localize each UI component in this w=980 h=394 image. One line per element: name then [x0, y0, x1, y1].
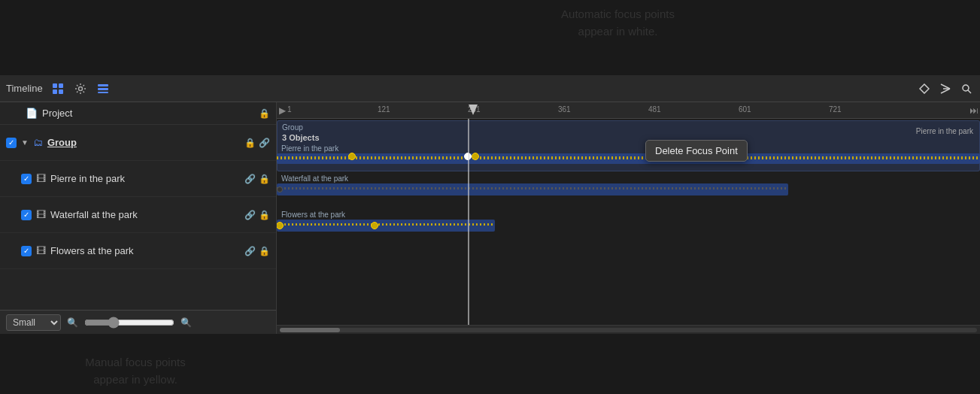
footer-bar: Small Medium Large 🔍 🔍	[0, 310, 276, 334]
sidebar-flowers-row[interactable]: 🎞 Flowers at the park 🔗 🔒	[0, 233, 276, 269]
header-bar: Timeline	[0, 75, 980, 102]
header-right	[917, 81, 974, 96]
waterfall-lock-icon[interactable]: 🔒	[259, 210, 270, 220]
project-file-icon: 📄	[26, 108, 38, 119]
waterfall-clip-header-label: Waterfall at the park	[281, 174, 348, 183]
tracks-container: Group 3 Objects Pierre in the park Pierr…	[277, 119, 980, 325]
pierre-lock-icon[interactable]: 🔒	[259, 174, 270, 184]
annotation-top-line2: appear in white.	[256, 23, 980, 41]
group-link-icon[interactable]: 🔗	[259, 138, 270, 148]
play-button[interactable]: ▶	[277, 105, 287, 116]
delete-focus-point-tooltip[interactable]: Delete Focus Point	[645, 140, 748, 162]
annotation-top-line1: Automatic focus points	[256, 6, 980, 23]
main-ui: Timeline	[0, 75, 980, 334]
sidebar-waterfall-row[interactable]: 🎞 Waterfall at the park 🔗 🔒	[0, 197, 276, 233]
flowers-focus-yellow-2[interactable]	[371, 222, 378, 229]
flowers-checkbox[interactable]	[21, 246, 32, 256]
pierre-link-icon[interactable]: 🔗	[244, 174, 256, 184]
group-sub-label: 3 Objects	[282, 133, 320, 142]
group-lock-icon[interactable]: 🔒	[244, 138, 256, 148]
ruler-mark-361: 361	[558, 105, 571, 114]
ruler-mark-121: 121	[378, 105, 390, 114]
sidebar-group-row[interactable]: ▼ 🗂 Group 🔒 🔗	[0, 125, 276, 161]
annotation-bottom-line1: Manual focus points	[0, 354, 271, 371]
main-content: 📄 Project 🔒 ▼ 🗂 Group 🔒 🔗 �	[0, 102, 980, 334]
waterfall-file-icon: 🎞	[36, 209, 46, 220]
project-actions: 🔒	[259, 108, 270, 119]
svg-rect-7	[98, 92, 108, 93]
waterfall-track: Waterfall at the park	[277, 173, 980, 208]
ruler-end-icon[interactable]: ⏭	[968, 105, 980, 116]
flowers-file-icon: 🎞	[36, 245, 46, 256]
group-actions: 🔒 🔗	[244, 138, 270, 148]
flowers-clip-header-label: Flowers at the park	[281, 211, 345, 219]
ruler: ▶ 1 121 241 361 481 601 721 ⏭	[277, 102, 980, 119]
scrollbar-thumb[interactable]	[280, 328, 340, 332]
stack-icon[interactable]	[96, 81, 111, 96]
flowers-clip-bar[interactable]	[277, 220, 495, 232]
flowers-actions: 🔗 🔒	[244, 246, 270, 256]
scrollbar-track	[280, 328, 977, 332]
header-left: Timeline	[6, 81, 111, 96]
waterfall-focus-dark[interactable]	[277, 186, 283, 192]
svg-line-9	[941, 89, 950, 93]
pierre-focus-yellow-1[interactable]	[348, 153, 356, 160]
waterfall-label: Waterfall at the park	[50, 209, 240, 220]
playhead-ruler-marker	[468, 102, 478, 119]
ruler-mark-601: 601	[739, 105, 751, 114]
annotation-bottom: Manual focus points appear in yellow.	[0, 351, 271, 394]
svg-point-4	[78, 86, 82, 90]
waterfall-checkbox[interactable]	[21, 210, 32, 220]
zoom-fit-icon[interactable]	[959, 81, 974, 96]
flowers-label: Flowers at the park	[50, 245, 240, 256]
settings-icon[interactable]	[73, 81, 88, 96]
flowers-lock-icon[interactable]: 🔒	[259, 246, 270, 256]
sidebar-pierre-row[interactable]: 🎞 Pierre in the park 🔗 🔒	[0, 161, 276, 197]
svg-rect-5	[98, 84, 108, 86]
pierre-clip-label: Pierre in the park	[281, 144, 338, 153]
annotation-top: Automatic focus points appear in white.	[256, 0, 980, 40]
timeline-title: Timeline	[6, 83, 43, 94]
ruler-marks: 1 121 241 361 481 601 721	[287, 102, 968, 118]
group-label: Group	[47, 137, 240, 148]
svg-line-8	[941, 84, 950, 89]
annotation-bottom-line2: appear in yellow.	[0, 371, 271, 389]
ruler-mark-481: 481	[648, 105, 661, 114]
sidebar: 📄 Project 🔒 ▼ 🗂 Group 🔒 🔗 �	[0, 102, 277, 334]
svg-point-11	[963, 85, 969, 91]
project-link-icon[interactable]: 🔒	[259, 108, 270, 119]
flowers-link-icon[interactable]: 🔗	[244, 246, 256, 256]
zoom-out-icon[interactable]: 🔍	[67, 317, 78, 328]
size-select[interactable]: Small Medium Large	[6, 314, 61, 331]
pierre-checkbox[interactable]	[21, 174, 32, 184]
diamond-icon[interactable]	[917, 81, 932, 96]
svg-marker-13	[469, 105, 478, 115]
waterfall-keyframe-dots	[277, 187, 788, 189]
zoom-slider[interactable]	[84, 317, 174, 329]
pierre-clip-row: Pierre in the park	[277, 144, 980, 167]
cut-icon[interactable]	[938, 81, 953, 96]
group-triangle-icon[interactable]: ▼	[21, 138, 29, 147]
pierre-clip-bar[interactable]	[277, 153, 980, 164]
group-header-label: Group	[282, 123, 303, 132]
pierre-focus-yellow-2[interactable]	[472, 153, 479, 160]
svg-rect-0	[53, 83, 57, 88]
flowers-track: Flowers at the park	[277, 209, 980, 247]
timeline-area: ▶ 1 121 241 361 481 601 721 ⏭	[277, 102, 980, 334]
sidebar-project-row: 📄 Project 🔒	[0, 102, 276, 125]
waterfall-actions: 🔗 🔒	[244, 210, 270, 220]
timeline-scrollbar[interactable]	[277, 325, 980, 334]
waterfall-clip-bar[interactable]	[277, 183, 788, 195]
grid-icon[interactable]	[50, 81, 65, 96]
svg-rect-6	[98, 88, 108, 90]
zoom-in-icon[interactable]: 🔍	[181, 317, 192, 328]
svg-line-12	[968, 90, 971, 93]
pierre-focus-white[interactable]	[464, 153, 472, 160]
pierre-file-icon: 🎞	[36, 173, 46, 184]
project-label: Project	[42, 108, 254, 119]
group-checkbox[interactable]	[6, 138, 17, 148]
waterfall-link-icon[interactable]: 🔗	[244, 210, 256, 220]
svg-rect-1	[59, 83, 63, 88]
group-right-label: Pierre in the park	[916, 127, 973, 135]
ruler-mark-1: 1	[287, 105, 292, 114]
